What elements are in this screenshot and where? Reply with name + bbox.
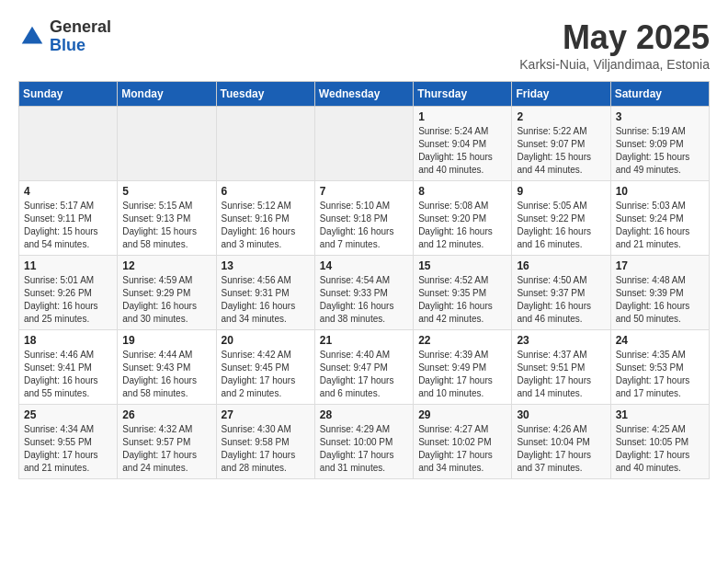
title-block: May 2025 Karksi-Nuia, Viljandimaa, Eston…: [519, 18, 710, 72]
day-info: Sunrise: 5:19 AM Sunset: 9:09 PM Dayligh…: [616, 125, 704, 177]
day-info: Sunrise: 5:01 AM Sunset: 9:26 PM Dayligh…: [24, 274, 112, 326]
day-info: Sunrise: 4:26 AM Sunset: 10:04 PM Daylig…: [517, 423, 605, 475]
day-number: 5: [122, 185, 210, 198]
weekday-header: Friday: [512, 82, 610, 107]
day-number: 26: [122, 408, 210, 421]
day-number: 30: [517, 408, 605, 421]
calendar-week-row: 11Sunrise: 5:01 AM Sunset: 9:26 PM Dayli…: [19, 256, 710, 330]
calendar-table: SundayMondayTuesdayWednesdayThursdayFrid…: [18, 81, 710, 479]
day-info: Sunrise: 5:22 AM Sunset: 9:07 PM Dayligh…: [517, 125, 605, 177]
calendar-cell: 24Sunrise: 4:35 AM Sunset: 9:53 PM Dayli…: [610, 330, 709, 405]
logo-text: General Blue: [50, 18, 111, 55]
calendar-week-row: 25Sunrise: 4:34 AM Sunset: 9:55 PM Dayli…: [19, 405, 710, 479]
day-number: 15: [418, 259, 506, 272]
day-info: Sunrise: 5:12 AM Sunset: 9:16 PM Dayligh…: [222, 200, 310, 251]
calendar-cell: 5Sunrise: 5:15 AM Sunset: 9:13 PM Daylig…: [118, 181, 216, 256]
day-info: Sunrise: 4:56 AM Sunset: 9:31 PM Dayligh…: [222, 274, 310, 326]
calendar-cell: 23Sunrise: 4:37 AM Sunset: 9:51 PM Dayli…: [512, 330, 610, 405]
day-number: 20: [222, 334, 310, 347]
day-number: 10: [616, 185, 704, 198]
calendar-cell: 12Sunrise: 4:59 AM Sunset: 9:29 PM Dayli…: [118, 256, 216, 330]
day-number: 12: [122, 259, 210, 272]
calendar-cell: 20Sunrise: 4:42 AM Sunset: 9:45 PM Dayli…: [216, 330, 314, 405]
day-number: 25: [24, 408, 112, 421]
calendar-cell: 15Sunrise: 4:52 AM Sunset: 9:35 PM Dayli…: [414, 256, 512, 330]
calendar-cell: 30Sunrise: 4:26 AM Sunset: 10:04 PM Dayl…: [512, 405, 610, 479]
calendar-cell: 1Sunrise: 5:24 AM Sunset: 9:04 PM Daylig…: [414, 107, 512, 181]
day-info: Sunrise: 5:17 AM Sunset: 9:11 PM Dayligh…: [24, 200, 112, 251]
day-number: 22: [418, 334, 506, 347]
day-number: 29: [418, 408, 506, 421]
calendar-cell: 3Sunrise: 5:19 AM Sunset: 9:09 PM Daylig…: [610, 107, 709, 181]
calendar-cell: 22Sunrise: 4:39 AM Sunset: 9:49 PM Dayli…: [414, 330, 512, 405]
weekday-header: Thursday: [414, 82, 512, 107]
day-number: 4: [24, 185, 112, 198]
logo-icon: [18, 23, 46, 51]
day-number: 11: [24, 259, 112, 272]
calendar-cell: 10Sunrise: 5:03 AM Sunset: 9:24 PM Dayli…: [610, 181, 709, 256]
month-title: May 2025: [519, 18, 710, 57]
calendar-cell: 26Sunrise: 4:32 AM Sunset: 9:57 PM Dayli…: [118, 405, 216, 479]
calendar-cell: 21Sunrise: 4:40 AM Sunset: 9:47 PM Dayli…: [314, 330, 413, 405]
calendar-body: 1Sunrise: 5:24 AM Sunset: 9:04 PM Daylig…: [19, 107, 710, 479]
day-info: Sunrise: 5:15 AM Sunset: 9:13 PM Dayligh…: [122, 200, 210, 251]
calendar-cell: 14Sunrise: 4:54 AM Sunset: 9:33 PM Dayli…: [314, 256, 413, 330]
day-info: Sunrise: 4:54 AM Sunset: 9:33 PM Dayligh…: [320, 274, 408, 326]
day-info: Sunrise: 4:44 AM Sunset: 9:43 PM Dayligh…: [122, 349, 210, 400]
day-number: 8: [418, 185, 506, 198]
day-info: Sunrise: 4:52 AM Sunset: 9:35 PM Dayligh…: [418, 274, 506, 326]
day-info: Sunrise: 4:34 AM Sunset: 9:55 PM Dayligh…: [24, 423, 112, 475]
calendar-cell: 7Sunrise: 5:10 AM Sunset: 9:18 PM Daylig…: [314, 181, 413, 256]
svg-marker-0: [22, 27, 43, 44]
day-number: 2: [517, 110, 605, 123]
calendar-cell: 29Sunrise: 4:27 AM Sunset: 10:02 PM Dayl…: [414, 405, 512, 479]
calendar-cell: 18Sunrise: 4:46 AM Sunset: 9:41 PM Dayli…: [19, 330, 118, 405]
calendar-week-row: 18Sunrise: 4:46 AM Sunset: 9:41 PM Dayli…: [19, 330, 710, 405]
logo-blue: Blue: [50, 37, 111, 55]
day-info: Sunrise: 4:50 AM Sunset: 9:37 PM Dayligh…: [517, 274, 605, 326]
day-info: Sunrise: 4:32 AM Sunset: 9:57 PM Dayligh…: [122, 423, 210, 475]
day-info: Sunrise: 5:08 AM Sunset: 9:20 PM Dayligh…: [418, 200, 506, 251]
day-info: Sunrise: 4:40 AM Sunset: 9:47 PM Dayligh…: [320, 349, 408, 400]
calendar-cell: [314, 107, 413, 181]
day-number: 14: [320, 259, 408, 272]
weekday-header: Sunday: [19, 82, 118, 107]
calendar-cell: 9Sunrise: 5:05 AM Sunset: 9:22 PM Daylig…: [512, 181, 610, 256]
day-info: Sunrise: 4:59 AM Sunset: 9:29 PM Dayligh…: [122, 274, 210, 326]
calendar-cell: [118, 107, 216, 181]
weekday-header: Wednesday: [314, 82, 413, 107]
day-number: 7: [320, 185, 408, 198]
day-info: Sunrise: 4:48 AM Sunset: 9:39 PM Dayligh…: [616, 274, 704, 326]
day-number: 18: [24, 334, 112, 347]
calendar-cell: 25Sunrise: 4:34 AM Sunset: 9:55 PM Dayli…: [19, 405, 118, 479]
day-number: 13: [222, 259, 310, 272]
weekday-header: Monday: [118, 82, 216, 107]
logo-general: General: [50, 18, 111, 37]
day-number: 23: [517, 334, 605, 347]
calendar-cell: 16Sunrise: 4:50 AM Sunset: 9:37 PM Dayli…: [512, 256, 610, 330]
weekday-row: SundayMondayTuesdayWednesdayThursdayFrid…: [19, 82, 710, 107]
calendar-cell: 19Sunrise: 4:44 AM Sunset: 9:43 PM Dayli…: [118, 330, 216, 405]
day-info: Sunrise: 4:30 AM Sunset: 9:58 PM Dayligh…: [222, 423, 310, 475]
calendar-header: SundayMondayTuesdayWednesdayThursdayFrid…: [19, 82, 710, 107]
calendar-cell: 13Sunrise: 4:56 AM Sunset: 9:31 PM Dayli…: [216, 256, 314, 330]
calendar-week-row: 4Sunrise: 5:17 AM Sunset: 9:11 PM Daylig…: [19, 181, 710, 256]
day-info: Sunrise: 4:27 AM Sunset: 10:02 PM Daylig…: [418, 423, 506, 475]
day-number: 17: [616, 259, 704, 272]
day-info: Sunrise: 4:25 AM Sunset: 10:05 PM Daylig…: [616, 423, 704, 475]
day-number: 3: [616, 110, 704, 123]
day-info: Sunrise: 5:03 AM Sunset: 9:24 PM Dayligh…: [616, 200, 704, 251]
logo: General Blue: [18, 18, 111, 55]
calendar-week-row: 1Sunrise: 5:24 AM Sunset: 9:04 PM Daylig…: [19, 107, 710, 181]
calendar-cell: 4Sunrise: 5:17 AM Sunset: 9:11 PM Daylig…: [19, 181, 118, 256]
day-number: 28: [320, 408, 408, 421]
day-number: 16: [517, 259, 605, 272]
weekday-header: Tuesday: [216, 82, 314, 107]
calendar-cell: [216, 107, 314, 181]
calendar-cell: 27Sunrise: 4:30 AM Sunset: 9:58 PM Dayli…: [216, 405, 314, 479]
day-info: Sunrise: 4:46 AM Sunset: 9:41 PM Dayligh…: [24, 349, 112, 400]
day-info: Sunrise: 5:24 AM Sunset: 9:04 PM Dayligh…: [418, 125, 506, 177]
calendar-cell: 11Sunrise: 5:01 AM Sunset: 9:26 PM Dayli…: [19, 256, 118, 330]
day-number: 9: [517, 185, 605, 198]
calendar-cell: [19, 107, 118, 181]
